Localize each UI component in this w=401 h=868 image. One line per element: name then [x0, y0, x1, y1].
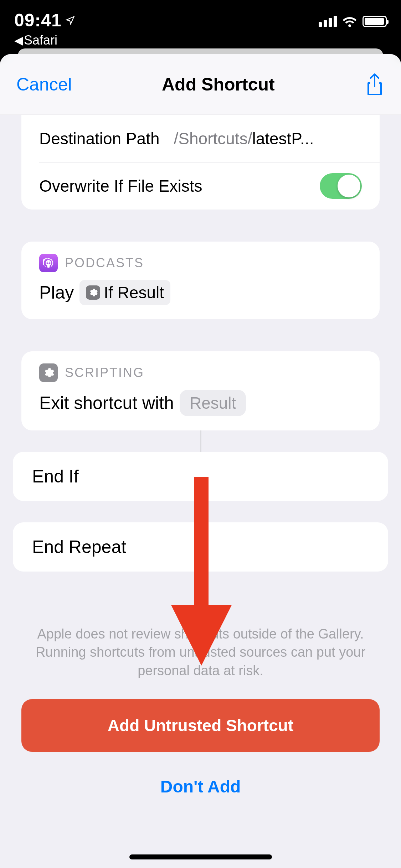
- overwrite-row: Overwrite If File Exists: [21, 162, 380, 210]
- nav-bar: Cancel Add Shortcut: [0, 54, 401, 115]
- overwrite-toggle[interactable]: [320, 173, 362, 199]
- scripting-body[interactable]: Exit shortcut with Result: [21, 382, 380, 430]
- action-card-scripting: SCRIPTING Exit shortcut with Result: [21, 351, 380, 430]
- back-to-app-button[interactable]: ◀ Safari: [14, 33, 57, 48]
- modal-sheet: Cancel Add Shortcut Destination Path /Sh…: [0, 54, 401, 868]
- action-card-file: Destination Path /Shortcuts/latestP... O…: [21, 115, 380, 210]
- end-if-label: End If: [32, 466, 79, 486]
- variable-if-result[interactable]: If Result: [79, 280, 170, 305]
- gear-icon: [42, 367, 55, 379]
- untrusted-warning-text: Apple does not review shortcuts outside …: [0, 625, 401, 680]
- share-button[interactable]: [365, 72, 385, 97]
- page-title: Add Shortcut: [162, 74, 275, 95]
- podcasts-app-icon: [39, 254, 58, 272]
- destination-path-row[interactable]: Destination Path /Shortcuts/latestP...: [21, 115, 380, 162]
- cellular-signal-icon: [319, 16, 337, 27]
- chevron-left-icon: ◀: [14, 35, 23, 46]
- location-arrow-icon: [65, 15, 75, 25]
- home-indicator[interactable]: [129, 854, 272, 859]
- dont-add-label: Don't Add: [160, 777, 241, 796]
- wifi-icon: [342, 16, 358, 27]
- podcast-header: PODCASTS: [65, 255, 144, 270]
- end-repeat-block[interactable]: End Repeat: [13, 522, 388, 572]
- overwrite-label: Overwrite If File Exists: [39, 176, 202, 196]
- status-bar: 09:41 ◀ Safari: [0, 0, 401, 47]
- parameter-result[interactable]: Result: [180, 390, 246, 416]
- back-app-label: Safari: [24, 33, 57, 48]
- cancel-button[interactable]: Cancel: [16, 74, 72, 95]
- action-card-podcast: PODCASTS Play If Result: [21, 242, 380, 319]
- flow-connector: [200, 501, 201, 522]
- add-untrusted-label: Add Untrusted Shortcut: [108, 716, 293, 735]
- destination-path-value: /Shortcuts/latestP...: [174, 129, 362, 148]
- gear-icon: [86, 285, 100, 300]
- dont-add-button[interactable]: Don't Add: [0, 777, 401, 796]
- scripting-app-icon: [39, 363, 58, 382]
- podcast-body[interactable]: Play If Result: [21, 272, 380, 319]
- flow-connector: [200, 430, 201, 452]
- battery-icon: [363, 16, 387, 27]
- end-if-block[interactable]: End If: [13, 452, 388, 501]
- scripting-header: SCRIPTING: [65, 365, 144, 380]
- podcast-glyph-icon: [43, 257, 54, 269]
- destination-path-label: Destination Path: [39, 129, 160, 148]
- clock-time: 09:41: [14, 10, 62, 31]
- content-scroll[interactable]: Destination Path /Shortcuts/latestP... O…: [0, 115, 401, 868]
- share-icon: [366, 73, 384, 96]
- end-repeat-label: End Repeat: [32, 537, 126, 557]
- add-untrusted-shortcut-button[interactable]: Add Untrusted Shortcut: [21, 699, 380, 752]
